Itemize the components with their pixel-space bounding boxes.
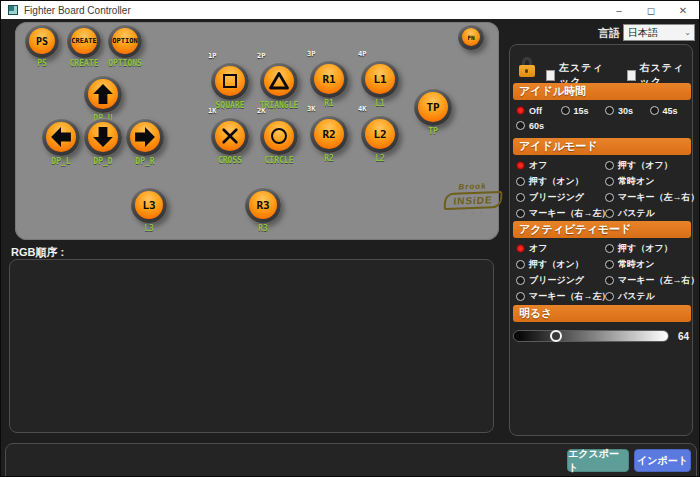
circle-caption: CIRCLE [265, 156, 294, 165]
export-button[interactable]: エクスポート [567, 449, 629, 472]
tp-button[interactable]: TPTP [414, 88, 452, 126]
radio-icon[interactable] [516, 106, 525, 115]
l1-button[interactable]: 4PL1L1 [361, 60, 399, 98]
chevron-down-icon: ⌄ [684, 28, 691, 37]
radio-icon[interactable] [516, 260, 525, 269]
triangle-icon [269, 71, 289, 91]
radio-icon[interactable] [605, 106, 614, 115]
radio-option[interactable]: Off [513, 103, 558, 118]
radio-option[interactable]: 15s [558, 103, 603, 118]
l2-button[interactable]: 4KL2L2 [361, 115, 399, 153]
radio-icon[interactable] [516, 292, 525, 301]
radio-icon[interactable] [605, 276, 614, 285]
radio-icon[interactable] [605, 193, 614, 202]
radio-option[interactable]: 常時オン [602, 256, 691, 272]
dp_d-caption: DP_D [93, 157, 112, 166]
radio-icon[interactable] [605, 260, 614, 269]
radio-icon[interactable] [516, 276, 525, 285]
l1-slot-label: 4P [358, 50, 366, 58]
r1-slot-label: 3P [307, 50, 315, 58]
radio-option[interactable]: 押す（オフ） [602, 157, 691, 173]
radio-option[interactable]: オフ [513, 157, 602, 173]
l2-slot-label: 4K [358, 105, 366, 113]
create-button[interactable]: CREATECREATE [67, 24, 101, 58]
radio-icon[interactable] [605, 244, 614, 253]
radio-option[interactable]: ブリージング [513, 189, 602, 205]
language-dropdown[interactable]: 日本語 ⌄ [623, 24, 695, 41]
circle-button[interactable]: 2KCIRCLE [260, 117, 298, 155]
idle-mode-header: アイドルモード [513, 138, 691, 155]
radio-icon[interactable] [516, 193, 525, 202]
ps-button[interactable]: PSPS [25, 24, 59, 58]
square-button[interactable]: 1PSQUARE [211, 62, 249, 100]
brightness-slider-row: 64 [513, 330, 691, 342]
brightness-header: 明るさ [513, 305, 691, 322]
radio-icon[interactable] [605, 177, 614, 186]
brook-inside-logo: Brook INSiDE · · · [443, 181, 502, 217]
arrow-left-icon [50, 126, 72, 148]
triangle-button[interactable]: 2PTRIANGLE [260, 62, 298, 100]
radio-icon[interactable] [605, 161, 614, 170]
minimize-button[interactable]: – [603, 1, 635, 19]
radio-option[interactable]: パステル [602, 205, 691, 221]
app-icon [8, 5, 18, 15]
radio-icon[interactable] [516, 177, 525, 186]
r1-button[interactable]: 3PR1R1 [310, 60, 348, 98]
radio-option[interactable]: 押す（オフ） [602, 240, 691, 256]
radio-option[interactable]: マーキー（左→右） [602, 189, 691, 205]
maximize-button[interactable]: ◻ [635, 1, 667, 19]
idle-time-group: Off15s30s45s60s [513, 103, 691, 133]
radio-icon[interactable] [516, 209, 525, 218]
radio-option[interactable]: 60s [513, 118, 558, 133]
radio-icon[interactable] [650, 106, 659, 115]
dp_l-caption: DP_L [51, 157, 70, 166]
activity-mode-header: アクティビティモード [513, 221, 691, 238]
radio-icon[interactable] [605, 292, 614, 301]
brightness-value: 64 [678, 331, 689, 342]
radio-option[interactable]: 30s [602, 103, 647, 118]
dp_d-button[interactable]: DP_D [84, 118, 122, 156]
triangle-slot-label: 2P [257, 52, 265, 60]
rgb-order-label: RGB順序 : [11, 245, 64, 260]
l3-button[interactable]: L3L3 [131, 187, 167, 223]
radio-option[interactable]: 押す（オン） [513, 173, 602, 189]
brightness-slider-thumb[interactable] [550, 330, 562, 342]
radio-icon[interactable] [605, 209, 614, 218]
radio-option[interactable]: マーキー（右→左） [513, 288, 602, 304]
radio-icon[interactable] [561, 106, 570, 115]
dp_l-button[interactable]: DP_L [42, 118, 80, 156]
radio-icon[interactable] [516, 244, 525, 253]
lock-icon[interactable] [518, 57, 536, 78]
r3-button[interactable]: R3R3 [245, 187, 281, 223]
checkbox-icon[interactable] [546, 70, 555, 81]
r2-button[interactable]: 3KR2R2 [310, 115, 348, 153]
dp_u-button[interactable]: DP_U [84, 75, 122, 113]
cross-slot-label: 1K [208, 107, 216, 115]
create-caption: CREATE [70, 59, 99, 68]
dp_r-button[interactable]: DP_R [126, 118, 164, 156]
rgb-order-panel [9, 259, 494, 433]
radio-option[interactable]: 押す（オン） [513, 256, 602, 272]
radio-option[interactable]: ブリージング [513, 272, 602, 288]
idle-time-header: アイドル時間 [513, 83, 691, 100]
cross-button[interactable]: 1KCROSS [211, 117, 249, 155]
brightness-slider[interactable] [513, 330, 669, 342]
option-button[interactable]: OPTIONOPTIONS [108, 24, 142, 58]
radio-option[interactable]: マーキー（右→左） [513, 205, 602, 221]
radio-option[interactable]: 常時オン [602, 173, 691, 189]
close-button[interactable]: ✕ [667, 1, 699, 19]
arrow-down-icon [92, 126, 114, 148]
fn-button[interactable]: FN [458, 24, 484, 50]
radio-option[interactable]: 45s [647, 103, 692, 118]
arrow-up-icon [92, 83, 114, 105]
ps-caption: PS [37, 59, 47, 68]
cross-icon [221, 127, 239, 145]
checkbox-icon[interactable] [627, 70, 636, 81]
radio-icon[interactable] [516, 121, 525, 130]
radio-option[interactable]: パステル [602, 288, 691, 304]
radio-option[interactable]: オフ [513, 240, 602, 256]
l3-caption: L3 [144, 224, 154, 233]
import-button[interactable]: インポート [634, 449, 691, 472]
radio-icon[interactable] [516, 161, 525, 170]
radio-option[interactable]: マーキー（左→右） [602, 272, 691, 288]
